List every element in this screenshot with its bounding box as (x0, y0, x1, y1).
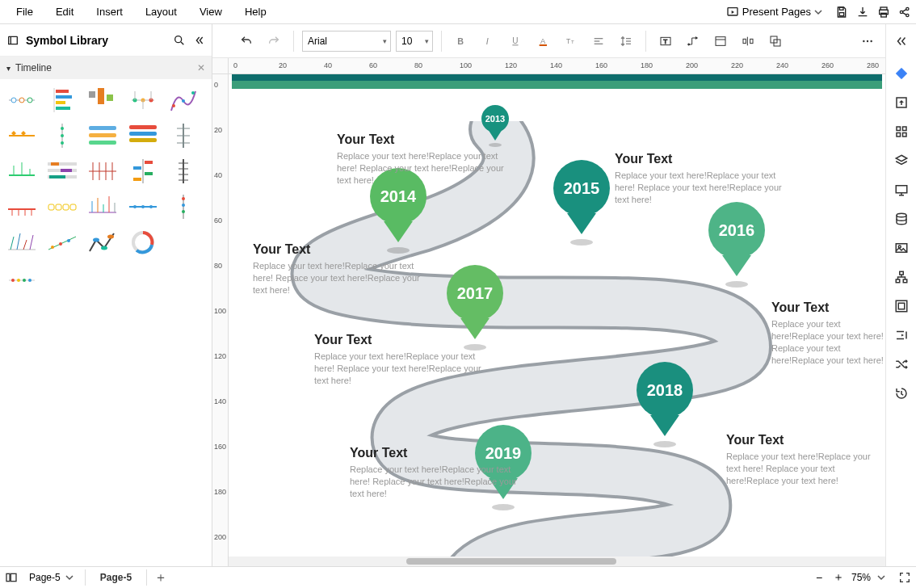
line-spacing-button[interactable] (615, 30, 637, 52)
outline-view-icon[interactable] (5, 571, 18, 584)
timeline-thumb[interactable] (3, 262, 40, 294)
horizontal-scrollbar[interactable] (229, 556, 885, 566)
zoom-value[interactable]: 75% (851, 572, 871, 583)
history-icon[interactable] (889, 381, 914, 405)
timeline-thumb[interactable] (165, 155, 202, 187)
italic-button[interactable]: I (477, 30, 500, 52)
export-icon[interactable] (889, 90, 914, 115)
timeline-pin-2018[interactable]: 2018 (637, 362, 693, 447)
frame-icon[interactable] (889, 294, 914, 318)
timeline-thumb[interactable] (124, 120, 162, 152)
svg-point-34 (61, 127, 64, 130)
timeline-thumb[interactable] (3, 84, 40, 116)
timeline-text-block[interactable]: Your TextReplace your text here!Replace … (253, 242, 422, 296)
group-button[interactable] (764, 30, 787, 52)
timeline-thumb[interactable] (44, 191, 81, 223)
timeline-thumb[interactable] (165, 84, 202, 116)
redo-button[interactable] (263, 30, 285, 52)
menu-view[interactable]: View (188, 6, 233, 18)
library-icon (6, 34, 19, 47)
timeline-text-block[interactable]: Your TextReplace your text here!Replace … (615, 152, 784, 206)
collapse-right-icon[interactable] (889, 323, 914, 347)
menu-edit[interactable]: Edit (44, 6, 85, 18)
download-icon[interactable] (856, 6, 869, 19)
font-family-value: Arial (308, 36, 327, 47)
save-icon[interactable] (835, 6, 848, 19)
expand-rail-icon[interactable] (889, 29, 914, 53)
timeline-text-block[interactable]: Your TextReplace your text here!Replace … (337, 132, 506, 187)
timeline-thumb[interactable] (124, 84, 162, 116)
panel-timeline-header[interactable]: ▾ Timeline ✕ (0, 57, 212, 79)
grid-view-icon[interactable] (889, 120, 914, 144)
timeline-thumb[interactable] (3, 155, 40, 187)
menu-layout[interactable]: Layout (134, 6, 188, 18)
timeline-thumb[interactable] (44, 226, 81, 258)
page-dropdown[interactable]: Page-5 (24, 570, 78, 585)
zoom-out-button[interactable]: − (813, 571, 826, 584)
menu-file[interactable]: File (5, 6, 44, 18)
database-icon[interactable] (889, 207, 914, 231)
shuffle-icon[interactable] (889, 352, 914, 376)
fullscreen-icon[interactable] (898, 571, 911, 584)
timeline-thumb[interactable] (3, 226, 40, 258)
text-box-button[interactable]: T (654, 30, 677, 52)
zoom-in-button[interactable]: ＋ (832, 571, 845, 584)
underline-button[interactable]: U (505, 30, 527, 52)
timeline-thumb[interactable] (165, 191, 202, 223)
align-button[interactable] (587, 30, 610, 52)
timeline-thumb[interactable] (124, 191, 162, 223)
timeline-thumb[interactable] (44, 155, 81, 187)
timeline-thumb[interactable] (3, 191, 40, 223)
slideshow-icon[interactable] (889, 178, 914, 202)
font-color-button[interactable]: A (532, 30, 555, 52)
svg-point-36 (61, 141, 64, 145)
timeline-thumb[interactable] (44, 120, 81, 152)
share-icon[interactable] (898, 6, 911, 19)
timeline-thumb[interactable] (84, 226, 121, 258)
container-button[interactable] (709, 30, 732, 52)
timeline-thumb[interactable] (84, 120, 121, 152)
sitemap-icon[interactable] (889, 265, 914, 289)
font-family-select[interactable]: Arial▾ (302, 31, 391, 52)
svg-point-13 (27, 98, 32, 103)
connector-button[interactable] (682, 30, 704, 52)
timeline-pin-2016[interactable]: 2016 (708, 202, 765, 288)
svg-rect-54 (51, 162, 59, 166)
add-page-button[interactable]: ＋ (153, 570, 168, 585)
print-icon[interactable] (877, 6, 890, 19)
timeline-text-block[interactable]: Your TextReplace your text here!Replace … (726, 433, 885, 487)
bold-button[interactable]: B (450, 30, 473, 52)
panel-close-button[interactable]: ✕ (197, 62, 205, 74)
timeline-thumb[interactable] (165, 226, 202, 258)
collapse-sidebar-icon[interactable] (192, 34, 205, 47)
svg-rect-150 (899, 271, 903, 275)
timeline-thumb[interactable] (84, 191, 121, 223)
page-tab[interactable]: Page-5 (85, 569, 147, 586)
timeline-thumb[interactable] (165, 120, 202, 152)
timeline-text-block[interactable]: Your TextReplace your text here!Replace … (314, 333, 484, 387)
timeline-thumb[interactable] (3, 120, 40, 152)
timeline-thumb[interactable] (84, 155, 121, 187)
timeline-text-block[interactable]: Your TextReplace your text here!Replace … (771, 300, 885, 366)
shape-style-icon[interactable] (889, 61, 914, 86)
font-size-select[interactable]: 10▾ (396, 31, 433, 52)
undo-button[interactable] (235, 30, 258, 52)
layers-icon[interactable] (889, 149, 914, 173)
timeline-thumb[interactable] (84, 84, 121, 116)
timeline-thumb[interactable] (44, 84, 81, 116)
more-tools-button[interactable] (856, 30, 879, 52)
search-icon[interactable] (173, 34, 186, 47)
pin-shadow (725, 281, 748, 288)
timeline-thumb[interactable] (124, 155, 162, 187)
menu-help[interactable]: Help (233, 6, 278, 18)
page-dropdown-value: Page-5 (29, 572, 61, 583)
timeline-thumb[interactable] (124, 226, 162, 258)
canvas[interactable]: 2013201420152016201720182019 Your TextRe… (229, 74, 885, 566)
text-case-button[interactable]: TT (560, 30, 582, 52)
distribute-button[interactable] (737, 30, 759, 52)
image-icon[interactable] (889, 236, 914, 260)
present-pages-button[interactable]: Present Pages (721, 4, 827, 20)
timeline-text-block[interactable]: Your TextReplace your text here!Replace … (350, 446, 519, 500)
menu-insert[interactable]: Insert (85, 6, 134, 18)
timeline-pin-2015[interactable]: 2015 (553, 160, 610, 246)
